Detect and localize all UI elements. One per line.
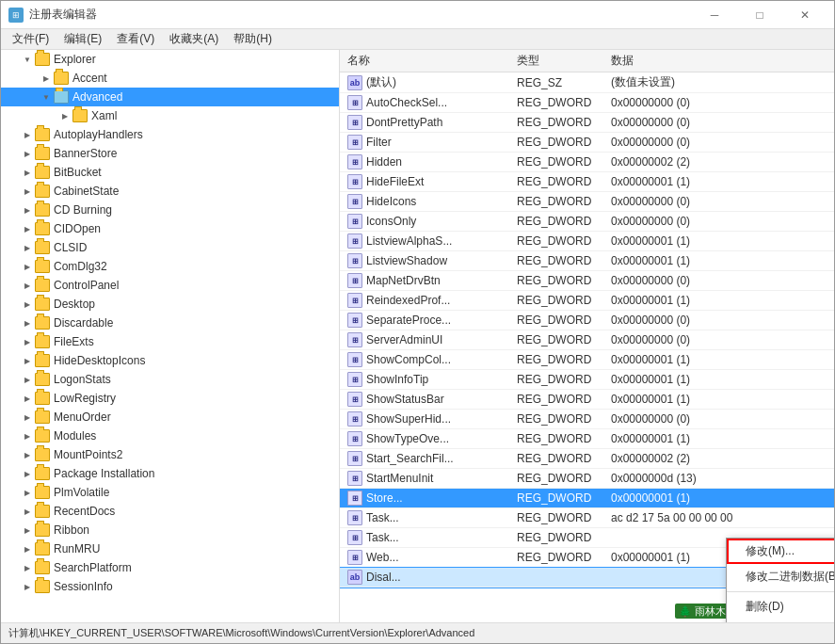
tree-node-clsid[interactable]: ▶ CLSID <box>1 238 339 257</box>
column-header-type[interactable]: 类型 <box>509 50 603 72</box>
table-row[interactable]: ⊞HideIconsREG_DWORD0x00000000 (0) <box>340 192 834 212</box>
cell-data: 0x00000000 (0) <box>603 330 834 350</box>
tree-node-cdburning[interactable]: ▶ CD Burning <box>1 201 339 219</box>
tree-node-packageinstallation[interactable]: ▶ Package Installation <box>1 464 339 483</box>
table-row[interactable]: ⊞DontPrettyPathREG_DWORD0x00000000 (0) <box>340 113 834 133</box>
cell-type: REG_DWORD <box>509 508 603 528</box>
cell-type: REG_DWORD <box>509 311 603 330</box>
menu-file[interactable]: 文件(F) <box>5 29 56 49</box>
tree-node-discardable[interactable]: ▶ Discardable <box>1 314 339 332</box>
table-row[interactable]: ⊞ShowStatusBarREG_DWORD0x00000001 (1) <box>340 390 834 410</box>
context-menu-item-delete[interactable]: 删除(D) <box>727 594 834 620</box>
table-row[interactable]: ⊞ListviewAlphaS...REG_DWORD0x00000001 (1… <box>340 232 834 251</box>
table-row[interactable]: ⊞HiddenREG_DWORD0x00000002 (2) <box>340 153 834 172</box>
minimize-button[interactable]: ─ <box>693 2 736 28</box>
menu-view[interactable]: 查看(V) <box>109 29 162 49</box>
tree-node-searchplatform[interactable]: ▶ SearchPlatform <box>1 558 339 577</box>
tree-label: RunMRU <box>54 542 100 555</box>
value-name: Filter <box>366 136 392 149</box>
title-bar-left: ⊞ 注册表编辑器 <box>8 7 97 23</box>
value-name: StartMenuInit <box>366 472 433 485</box>
tree-node-sessioninfo[interactable]: ▶ SessionInfo <box>1 577 339 596</box>
tree-node-controlpanel[interactable]: ▶ ControlPanel <box>1 276 339 295</box>
table-row[interactable]: ⊞StartMenuInitREG_DWORD0x0000000d (13) <box>340 469 834 489</box>
context-menu-item-modify-binary[interactable]: 修改二进制数据(B)... <box>727 564 834 589</box>
table-row[interactable]: ⊞FilterREG_DWORD0x00000000 (0) <box>340 133 834 153</box>
context-menu-item-rename[interactable]: 重命名(R) <box>727 620 834 622</box>
folder-icon <box>35 580 50 593</box>
expand-icon: ▶ <box>20 334 35 349</box>
tree-node-comdlg32[interactable]: ▶ ComDlg32 <box>1 257 339 276</box>
table-row[interactable]: ⊞ShowSuperHid...REG_DWORD0x00000000 (0) <box>340 410 834 429</box>
tree-label: LowRegistry <box>54 392 116 405</box>
tree-node-cidopen[interactable]: ▶ CIDOpen <box>1 219 339 238</box>
value-name: Start_SearchFil... <box>366 452 454 465</box>
folder-icon <box>35 467 50 480</box>
table-row[interactable]: ⊞ShowInfoTipREG_DWORD0x00000001 (1) <box>340 370 834 390</box>
tree-node-plmvolatile[interactable]: ▶ PlmVolatile <box>1 483 339 502</box>
table-row[interactable]: ⊞Task...REG_DWORDac d2 17 5a 00 00 00 00 <box>340 508 834 528</box>
tree-node-runmru[interactable]: ▶ RunMRU <box>1 539 339 558</box>
table-row[interactable]: ⊞ShowCompCol...REG_DWORD0x00000001 (1) <box>340 350 834 370</box>
tree-node-modules[interactable]: ▶ Modules <box>1 427 339 445</box>
tree-node-bannerstore[interactable]: ▶ BannerStore <box>1 144 339 163</box>
tree-node-mountpoints2[interactable]: ▶ MountPoints2 <box>1 445 339 464</box>
table-row[interactable]: ⊞IconsOnlyREG_DWORD0x00000000 (0) <box>340 212 834 232</box>
tree-node-explorer[interactable]: ▼ Explorer <box>1 50 339 69</box>
cell-data: 0x00000000 (0) <box>603 311 834 330</box>
value-name: (默认) <box>366 74 396 90</box>
tree-node-logonstats[interactable]: ▶ LogonStats <box>1 370 339 389</box>
cell-type: REG_SZ <box>509 72 603 93</box>
tree-node-cabinetstate[interactable]: ▶ CabinetState <box>1 182 339 201</box>
cell-name: ⊞ServerAdminUI <box>340 330 509 350</box>
dword-icon: ⊞ <box>347 233 362 249</box>
tree-node-hidedesktopicons[interactable]: ▶ HideDesktopIcons <box>1 351 339 370</box>
table-row[interactable]: ⊞SeparateProce...REG_DWORD0x00000000 (0) <box>340 311 834 330</box>
table-row[interactable]: ⊞Store...REG_DWORD0x00000001 (1) <box>340 489 834 508</box>
table-row[interactable]: ab(默认)REG_SZ(数值未设置) <box>340 72 834 93</box>
cell-data: 0x00000000 (0) <box>603 192 834 212</box>
menu-edit[interactable]: 编辑(E) <box>56 29 109 49</box>
tree-node-ribbon[interactable]: ▶ Ribbon <box>1 521 339 539</box>
cell-type: REG_DWORD <box>509 172 603 192</box>
tree-label: BannerStore <box>54 147 117 160</box>
dword-icon: ⊞ <box>347 135 362 150</box>
expand-icon: ▶ <box>20 523 35 538</box>
tree-node-xaml[interactable]: ▶ Xaml <box>1 106 339 125</box>
context-menu-item-modify[interactable]: 修改(M)... <box>727 539 834 564</box>
cell-data: 0x00000000 (0) <box>603 93 834 113</box>
cell-data: 0x00000002 (2) <box>603 449 834 469</box>
tree-node-fileexts[interactable]: ▶ FileExts <box>1 332 339 351</box>
tree-node-lowregistry[interactable]: ▶ LowRegistry <box>1 389 339 408</box>
folder-icon <box>35 411 50 424</box>
tree-node-bitbucket[interactable]: ▶ BitBucket <box>1 163 339 182</box>
table-row[interactable]: ⊞Start_SearchFil...REG_DWORD0x00000002 (… <box>340 449 834 469</box>
column-header-data[interactable]: 数据 <box>603 50 834 72</box>
folder-icon <box>35 542 50 555</box>
table-row[interactable]: ⊞MapNetDrvBtnREG_DWORD0x00000000 (0) <box>340 271 834 291</box>
tree-node-menuorder[interactable]: ▶ MenuOrder <box>1 408 339 427</box>
tree-node-desktop[interactable]: ▶ Desktop <box>1 295 339 314</box>
tree-label: HideDesktopIcons <box>54 354 145 367</box>
table-row[interactable]: ⊞ShowTypeOve...REG_DWORD0x00000001 (1) <box>340 429 834 449</box>
folder-icon <box>35 279 50 292</box>
table-row[interactable]: ⊞ListviewShadowREG_DWORD0x00000001 (1) <box>340 251 834 271</box>
tree-node-recentdocs[interactable]: ▶ RecentDocs <box>1 502 339 521</box>
table-row[interactable]: ⊞AutoCheckSel...REG_DWORD0x00000000 (0) <box>340 93 834 113</box>
maximize-button[interactable]: □ <box>738 2 781 28</box>
table-row[interactable]: ⊞ServerAdminUIREG_DWORD0x00000000 (0) <box>340 330 834 350</box>
dword-icon: ⊞ <box>347 253 362 268</box>
tree-node-autoplayhandlers[interactable]: ▶ AutoplayHandlers <box>1 125 339 144</box>
table-row[interactable]: ⊞HideFileExtREG_DWORD0x00000001 (1) <box>340 172 834 192</box>
close-button[interactable]: ✕ <box>783 2 827 28</box>
column-header-name[interactable]: 名称 <box>340 50 509 72</box>
tree-node-accent[interactable]: ▶ Accent <box>1 69 339 88</box>
dword-icon: ⊞ <box>347 471 362 486</box>
menu-favorites[interactable]: 收藏夹(A) <box>162 29 226 49</box>
tree-node-advanced[interactable]: ▼ Advanced <box>1 88 339 106</box>
folder-icon <box>35 166 50 179</box>
window-title: 注册表编辑器 <box>29 7 97 23</box>
menu-help[interactable]: 帮助(H) <box>226 29 280 49</box>
table-row[interactable]: ⊞ReindexedProf...REG_DWORD0x00000001 (1) <box>340 291 834 311</box>
tree-label: Accent <box>72 72 107 85</box>
